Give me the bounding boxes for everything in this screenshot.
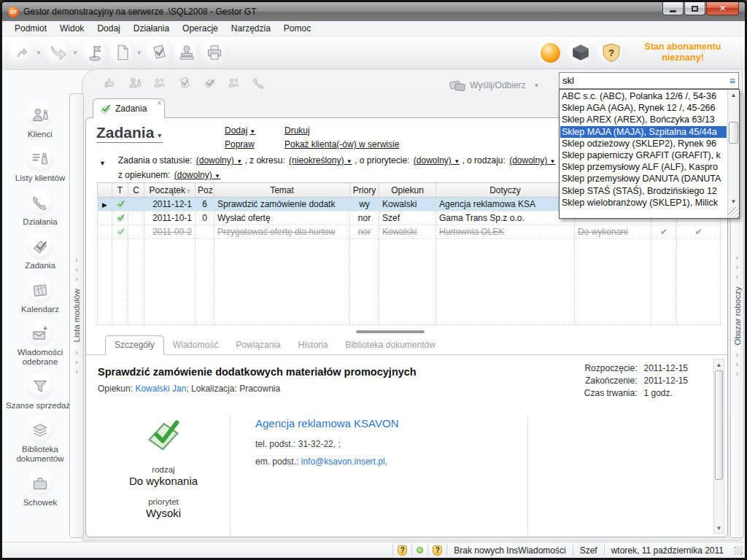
help-status-button-2[interactable]: ? — [427, 544, 446, 556]
dodaj-link[interactable]: Dodaj▼ — [225, 125, 255, 136]
receive-arrow-button[interactable] — [44, 39, 72, 66]
send-arrow-button[interactable] — [8, 39, 36, 66]
opiekun-link[interactable]: Kowalski Jan — [135, 384, 186, 394]
module-list-strip[interactable]: › › › Lista modułów › › › — [69, 93, 84, 538]
minimize-button[interactable] — [662, 2, 684, 15]
print-button[interactable] — [201, 39, 228, 66]
table-row-completed[interactable]: 2011-09-2 Przygotować ofertę dla hurtow … — [98, 225, 721, 239]
thumb-up-icon[interactable] — [103, 76, 117, 90]
tab-zadania[interactable]: Zadania × — [93, 98, 165, 118]
flag-button[interactable] — [81, 39, 109, 66]
dropdown-scroll-thumb[interactable] — [729, 122, 738, 144]
menu-pomoc[interactable]: Pomoc — [277, 22, 317, 35]
task-check-button[interactable] — [145, 39, 173, 66]
tab-szczegoly[interactable]: Szczegóły — [105, 335, 164, 355]
filter-opiekun-select[interactable]: (dowolny) ▼ — [174, 170, 220, 180]
client-icon[interactable] — [128, 76, 142, 90]
close-button[interactable]: ✕ — [706, 2, 739, 15]
scroll-up-icon[interactable]: ▲ — [728, 90, 739, 100]
menu-dzialania[interactable]: Działania — [127, 22, 176, 35]
resize-grip-icon[interactable] — [734, 546, 743, 555]
client-option[interactable]: Sklep odzieżowy (SKLEP2), Rynek 96 — [560, 138, 727, 149]
dropdown-resize-grip[interactable] — [728, 207, 739, 218]
tab-wiadomosc[interactable]: Wiadomość — [164, 336, 228, 354]
sidebar-item-biblioteka[interactable]: Biblioteka dokumentów — [6, 417, 74, 464]
dropdown-scrollbar[interactable]: ▲ ▼ — [727, 90, 739, 218]
scroll-down-icon[interactable]: ▼ — [714, 523, 724, 533]
help-shield-button[interactable]: ? — [597, 39, 625, 66]
menu-operacje[interactable]: Operacje — [176, 22, 225, 35]
cube-button[interactable] — [567, 39, 595, 66]
scroll-up-icon[interactable]: ▲ — [714, 359, 724, 370]
col-dotyczy[interactable]: Dotyczy — [436, 183, 575, 198]
col-t[interactable]: T — [112, 183, 128, 198]
client-option[interactable]: Sklep przemysłowy ALF (ALF), Kaspro — [560, 161, 727, 173]
filter-status-select[interactable]: (dowolny) ▼ — [196, 155, 242, 166]
col-selector[interactable] — [98, 183, 112, 198]
filter-okres-select[interactable]: (nieokreślony) ▼ — [289, 155, 352, 166]
client-option[interactable]: Sklep AREX (AREX), Bończyka 63/13 — [560, 114, 727, 125]
client-option[interactable]: Sklep STAŚ (STAŚ), Brodzińskiego 12 — [560, 185, 727, 197]
col-temat[interactable]: Temat — [214, 183, 350, 198]
col-c[interactable]: C — [128, 183, 144, 198]
title-bar[interactable]: GT Gestor demonstracyjny na serwerze .\S… — [2, 2, 745, 21]
new-document-button[interactable] — [109, 39, 136, 66]
client-option[interactable]: ABC s.c. (ABC), Polanka 12/6 /, 54-36 — [560, 90, 727, 102]
menu-dodaj[interactable]: Dodaj — [90, 22, 126, 35]
new-document-caret-icon[interactable]: ▼ — [136, 50, 142, 56]
connection-status[interactable] — [411, 544, 427, 556]
messages-status[interactable]: Brak nowych InsWiadomości — [446, 544, 572, 556]
client-search-combo[interactable]: ≡ — [559, 72, 739, 89]
drukuj-link[interactable]: Drukuj — [285, 125, 310, 136]
sidebar-item-klienci[interactable]: Klienci — [6, 102, 74, 139]
details-scrollbar[interactable]: ▲ ▼ — [713, 359, 724, 534]
sidebar-item-dzialania[interactable]: Działania — [6, 190, 74, 227]
phone-icon[interactable] — [252, 76, 266, 90]
col-poz[interactable]: Poz — [196, 183, 214, 198]
client-option-selected[interactable]: Sklep MAJA (MAJA), Szpitalna 45/44a — [560, 126, 727, 138]
client-option[interactable]: Sklep papierniczy GRAFIT (GRAFIT), k — [560, 149, 727, 161]
receive-arrow-caret-icon[interactable]: ▼ — [72, 50, 78, 56]
contact-name-link[interactable]: Agencja reklamowa KSAVON — [255, 417, 398, 429]
sidebar-item-listy-klientow[interactable]: Listy klientów — [6, 146, 74, 183]
sidebar-item-szanse[interactable]: Szanse sprzedaży — [6, 373, 74, 411]
client-group-icon[interactable] — [152, 76, 167, 90]
pokaz-klienta-link[interactable]: Pokaż klienta(-ów) w serwisie — [285, 139, 399, 149]
list-icon[interactable]: ≡ — [729, 76, 735, 86]
tab-historia[interactable]: Historia — [290, 336, 337, 354]
menu-podmiot[interactable]: Podmiot — [8, 22, 53, 35]
current-user[interactable]: Szef — [573, 544, 604, 556]
col-opiekun[interactable]: Opiekun — [379, 183, 436, 198]
filter-rodzaj-select[interactable]: (dowolny) ▼ — [509, 155, 555, 166]
sidebar-item-wiadomosci[interactable]: Wiadomości odebrane — [6, 320, 74, 367]
task-icon[interactable] — [202, 76, 217, 90]
stamp-button[interactable] — [173, 39, 201, 66]
maximize-button[interactable] — [684, 2, 705, 15]
contacts-icon[interactable] — [227, 76, 241, 90]
filter-priorytet-select[interactable]: (dowolny) ▼ — [414, 155, 460, 166]
send-note-icon[interactable] — [177, 76, 192, 90]
page-title-menu[interactable]: Zadania ▾ — [96, 124, 163, 143]
client-option[interactable]: Sklep przemysłowy DANUTA (DANUTA — [560, 173, 727, 184]
col-priory[interactable]: Priory — [350, 183, 379, 198]
send-receive-button[interactable]: Wyślij/Odbierz ▼ — [449, 77, 540, 94]
send-arrow-caret-icon[interactable]: ▼ — [36, 50, 42, 56]
insert-sphere-button[interactable] — [536, 39, 564, 66]
email-link[interactable]: info@ksavon.insert.pl, — [301, 456, 387, 467]
sidebar-item-schowek[interactable]: Schowek — [6, 470, 74, 508]
pop raw-link[interactable]: Popraw — [225, 139, 255, 149]
subscription-status[interactable]: Stan abonamentu nieznany! — [628, 42, 738, 63]
sidebar-item-kalendarz[interactable]: Kalendarz — [6, 277, 74, 314]
client-option[interactable]: Sklep AGA (AGA), Rynek 12 /, 45-266 — [560, 102, 727, 114]
horizontal-scroll-thumb[interactable] — [356, 330, 425, 333]
menu-narzedzia[interactable]: Narzędzia — [225, 22, 277, 35]
filter-collapse-icon[interactable]: ▼ — [99, 160, 106, 167]
details-scroll-thumb[interactable] — [715, 370, 723, 480]
tab-powiazania[interactable]: Powiązania — [227, 336, 289, 354]
help-status-button[interactable]: ? — [392, 544, 411, 556]
tab-close-icon[interactable]: × — [157, 99, 161, 107]
client-option[interactable]: Sklep wielobranżowy (SKLEP1), Milick — [560, 197, 727, 209]
sidebar-item-zadania[interactable]: Zadania — [6, 233, 74, 271]
tab-biblioteka[interactable]: Biblioteka dokumentów — [336, 336, 444, 354]
menu-widok[interactable]: Widok — [53, 22, 90, 35]
